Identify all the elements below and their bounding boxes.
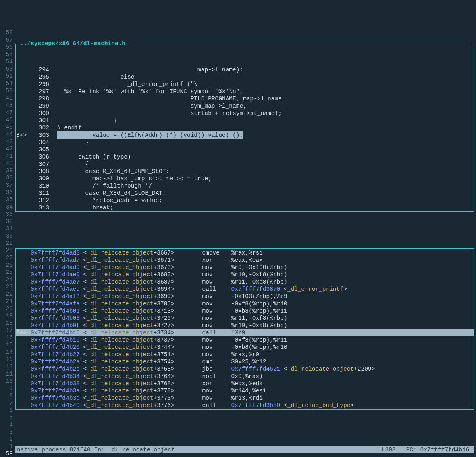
asm-line: 0x7ffff7fd4b38 <_dl_relocate_object+3768… bbox=[16, 380, 474, 387]
source-line: 312 *reloc_addr = value; bbox=[16, 197, 474, 204]
asm-line: 0x7ffff7fd4aee <_dl_relocate_object+3694… bbox=[16, 286, 474, 293]
asm-line: B+>0x7ffff7fd4b16 <_dl_relocate_object+3… bbox=[16, 329, 474, 336]
asm-line: 0x7ffff7fd4b20 <_dl_relocate_object+3744… bbox=[16, 344, 474, 351]
asm-line: 0x7ffff7fd4ad7 <_dl_relocate_object+3671… bbox=[16, 257, 474, 264]
status-left: native process 821640 In: dl_relocate_ob… bbox=[17, 446, 175, 453]
status-bar: native process 821640 In: dl_relocate_ob… bbox=[15, 446, 474, 453]
asm-pane: 0x7ffff7fd4ad3 <_dl_relocate_object+3667… bbox=[15, 248, 474, 410]
asm-line: 0x7ffff7fd4b34 <_dl_relocate_object+3764… bbox=[16, 373, 474, 380]
asm-line: 0x7ffff7fd4b40 <_dl_relocate_object+3776… bbox=[16, 402, 474, 409]
source-line: 298 RTLD_PROGNAME, map->l_name, bbox=[16, 95, 474, 102]
asm-line: 0x7ffff7fd4b3a <_dl_relocate_object+3770… bbox=[16, 387, 474, 394]
asm-line: 0x7ffff7fd4b2e <_dl_relocate_object+3758… bbox=[16, 365, 474, 373]
source-line: 307 { bbox=[16, 161, 474, 168]
source-pane: ../sysdeps/x86_64/dl-machine.h 294 map->… bbox=[15, 44, 474, 212]
source-line: 301 } bbox=[16, 117, 474, 124]
source-line: 296 _dl_error_printf ("\ bbox=[16, 81, 474, 88]
asm-line: 0x7ffff7fd4ae7 <_dl_relocate_object+3687… bbox=[16, 278, 474, 286]
asm-line: 0x7ffff7fd4ad3 <_dl_relocate_object+3667… bbox=[16, 249, 474, 257]
asm-line: 0x7ffff7fd4b3d <_dl_relocate_object+3773… bbox=[16, 394, 474, 402]
asm-line: 0x7ffff7fd4ae0 <_dl_relocate_object+3680… bbox=[16, 271, 474, 278]
asm-line: 0x7ffff7fd4b19 <_dl_relocate_object+3737… bbox=[16, 336, 474, 344]
source-line: 305 bbox=[16, 146, 474, 153]
source-line: 308 case R_X86_64_JUMP_SLOT: bbox=[16, 168, 474, 175]
source-line: B+>303 value = ((ElfW(Addr) (*) (void)) … bbox=[16, 131, 474, 139]
asm-line: 0x7ffff7fd4b2a <_dl_relocate_object+3754… bbox=[16, 358, 474, 365]
asm-line: 0x7ffff7fd4b27 <_dl_relocate_object+3751… bbox=[16, 351, 474, 358]
asm-line: 0x7ffff7fd4b0f <_dl_relocate_object+3727… bbox=[16, 322, 474, 329]
source-pane-title: ../sysdeps/x86_64/dl-machine.h bbox=[19, 40, 126, 47]
source-line: 306 switch (r_type) bbox=[16, 153, 474, 161]
status-right: L303 PC: 0x7ffff7fd4b16 bbox=[382, 446, 473, 453]
asm-line: 0x7ffff7fd4b08 <_dl_relocate_object+3720… bbox=[16, 315, 474, 322]
asm-line: 0x7ffff7fd4af3 <_dl_relocate_object+3699… bbox=[16, 293, 474, 300]
line-number-gutter: 5857565554535251504948474645444342414039… bbox=[0, 29, 15, 457]
source-line: 304 } bbox=[16, 139, 474, 146]
asm-line: 0x7ffff7fd4afa <_dl_relocate_object+3706… bbox=[16, 300, 474, 307]
source-line: 295 else bbox=[16, 73, 474, 81]
asm-line: 0x7ffff7fd4ad9 <_dl_relocate_object+3673… bbox=[16, 264, 474, 271]
source-line: 302# endif bbox=[16, 124, 474, 131]
source-line: 300 strtab + refsym->st_name); bbox=[16, 110, 474, 117]
source-line: 311 case R_X86_64_GLOB_DAT: bbox=[16, 190, 474, 197]
source-line: 313 break; bbox=[16, 204, 474, 211]
source-line: 294 map->l_name); bbox=[16, 66, 474, 73]
source-line: 297 %s: Relink `%s' with `%s' for IFUNC … bbox=[16, 88, 474, 95]
source-line: 309 map->l_has_jump_slot_reloc = true; bbox=[16, 175, 474, 182]
source-line: 299 sym_map->l_name, bbox=[16, 102, 474, 110]
asm-line: 0x7ffff7fd4b01 <_dl_relocate_object+3713… bbox=[16, 307, 474, 315]
source-line: 310 /* fallthrough */ bbox=[16, 182, 474, 190]
